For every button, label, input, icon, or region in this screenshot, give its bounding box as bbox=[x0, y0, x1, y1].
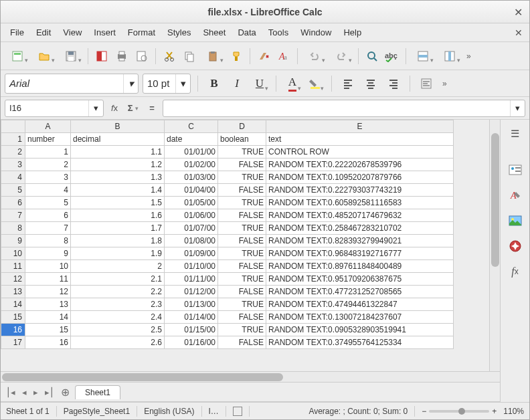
last-sheet-icon[interactable]: ▸⎮ bbox=[43, 387, 56, 397]
dropdown-icon[interactable]: ▾ bbox=[88, 100, 103, 116]
cell[interactable]: 2.6 bbox=[71, 336, 165, 349]
column-header[interactable]: D bbox=[218, 120, 266, 133]
cell[interactable]: 13 bbox=[25, 298, 71, 311]
status-insert-mode[interactable]: I… bbox=[209, 407, 219, 416]
font-family-combo[interactable]: Arial ▾ bbox=[5, 74, 139, 94]
cell[interactable]: TRUE bbox=[218, 324, 266, 336]
dropdown-icon[interactable]: ▾ bbox=[510, 100, 525, 116]
zoom-slider[interactable] bbox=[429, 410, 489, 413]
menu-format[interactable]: Format bbox=[122, 25, 161, 40]
window-close-icon[interactable]: ✕ bbox=[514, 6, 523, 19]
cell[interactable]: 11 bbox=[25, 273, 71, 286]
cut-button[interactable] bbox=[160, 47, 179, 66]
cell[interactable]: RANDOM TEXT:0.828393279949021 bbox=[266, 235, 454, 247]
row-header[interactable]: 4 bbox=[1, 171, 25, 184]
menu-tools[interactable]: Tools bbox=[263, 25, 294, 40]
new-button[interactable] bbox=[5, 47, 30, 66]
cell[interactable]: 12 bbox=[25, 286, 71, 298]
add-sheet-icon[interactable]: ⊕ bbox=[60, 386, 71, 399]
cell[interactable]: 1.1 bbox=[71, 146, 165, 159]
menu-help[interactable]: Help bbox=[338, 25, 367, 40]
cell[interactable]: 1.4 bbox=[71, 184, 165, 197]
prev-sheet-icon[interactable]: ◂ bbox=[21, 387, 28, 397]
menu-styles[interactable]: Styles bbox=[162, 25, 196, 40]
cell[interactable]: 2.5 bbox=[71, 324, 165, 336]
vertical-scrollbar[interactable] bbox=[489, 120, 500, 371]
row-header[interactable]: 1 bbox=[1, 133, 25, 146]
cell[interactable]: 1.5 bbox=[71, 197, 165, 209]
cell[interactable]: 8 bbox=[25, 235, 71, 247]
function-wizard-icon[interactable]: fx bbox=[106, 100, 122, 116]
functions-panel-icon[interactable]: fx bbox=[505, 261, 525, 282]
cell[interactable]: FALSE bbox=[218, 336, 266, 349]
horizontal-scrollbar[interactable] bbox=[1, 371, 500, 382]
cell[interactable]: TRUE bbox=[218, 247, 266, 260]
cell[interactable]: 01/11/00 bbox=[165, 273, 218, 286]
cell[interactable]: 7 bbox=[25, 222, 71, 235]
cell[interactable]: FALSE bbox=[218, 286, 266, 298]
menu-data[interactable]: Data bbox=[232, 25, 261, 40]
cell[interactable]: decimal bbox=[71, 133, 165, 146]
cell[interactable]: RANDOM TEXT:0.374955764125334 bbox=[266, 336, 454, 349]
clear-formatting-button[interactable] bbox=[254, 47, 273, 66]
cell[interactable]: 3 bbox=[25, 171, 71, 184]
row-header[interactable]: 11 bbox=[1, 260, 25, 273]
cell[interactable]: 1.7 bbox=[71, 222, 165, 235]
cell[interactable]: date bbox=[165, 133, 218, 146]
status-selection-mode[interactable] bbox=[233, 407, 242, 416]
cell[interactable]: FALSE bbox=[218, 235, 266, 247]
cell[interactable]: 16 bbox=[25, 336, 71, 349]
cell[interactable]: 2.1 bbox=[71, 273, 165, 286]
open-button[interactable] bbox=[31, 47, 57, 66]
cell[interactable]: RANDOM TEXT:0.951709206387675 bbox=[266, 273, 454, 286]
bold-button[interactable]: B bbox=[205, 74, 224, 93]
cell[interactable]: TRUE bbox=[218, 171, 266, 184]
align-center-button[interactable] bbox=[361, 74, 380, 93]
row-header[interactable]: 5 bbox=[1, 184, 25, 197]
row-header[interactable]: 15 bbox=[1, 311, 25, 324]
font-size-combo[interactable]: 10 pt ▾ bbox=[143, 74, 191, 94]
cell[interactable]: 2.3 bbox=[71, 298, 165, 311]
status-stats[interactable]: Average: ; Count: 0; Sum: 0 bbox=[308, 407, 408, 416]
sidebar-menu-icon[interactable]: ☰ bbox=[505, 124, 525, 144]
row-header[interactable]: 3 bbox=[1, 159, 25, 171]
cell[interactable]: TRUE bbox=[218, 197, 266, 209]
undo-button[interactable] bbox=[302, 47, 327, 66]
highlight-color-button[interactable] bbox=[306, 74, 325, 93]
cell[interactable]: 01/01/00 bbox=[165, 146, 218, 159]
wrap-text-button[interactable] bbox=[417, 74, 436, 93]
export-pdf-button[interactable] bbox=[92, 47, 111, 66]
cell[interactable]: RANDOM TEXT:0.222202678539796 bbox=[266, 159, 454, 171]
cell[interactable]: 1.8 bbox=[71, 235, 165, 247]
cell[interactable]: 2 bbox=[71, 260, 165, 273]
cell[interactable]: CONTROL ROW bbox=[266, 146, 454, 159]
find-button[interactable] bbox=[363, 47, 381, 66]
menu-view[interactable]: View bbox=[58, 25, 87, 40]
row-header[interactable]: 13 bbox=[1, 286, 25, 298]
redo-button[interactable] bbox=[329, 47, 354, 66]
format-overflow-icon[interactable]: » bbox=[440, 79, 450, 88]
cell[interactable]: 14 bbox=[25, 311, 71, 324]
cell[interactable]: boolean bbox=[218, 133, 266, 146]
cell[interactable]: 15 bbox=[25, 324, 71, 336]
cell[interactable]: FALSE bbox=[218, 209, 266, 222]
underline-button[interactable]: U bbox=[250, 74, 269, 93]
column-header[interactable]: A bbox=[25, 120, 71, 133]
cell[interactable]: FALSE bbox=[218, 184, 266, 197]
cell[interactable]: RANDOM TEXT:0.258467283210702 bbox=[266, 222, 454, 235]
cell[interactable]: 01/02/00 bbox=[165, 159, 218, 171]
formula-input[interactable]: ▾ bbox=[163, 100, 525, 117]
menu-window[interactable]: Window bbox=[295, 25, 337, 40]
print-button[interactable] bbox=[112, 47, 131, 66]
cell[interactable]: 1 bbox=[25, 146, 71, 159]
status-language[interactable]: English (USA) bbox=[144, 407, 194, 416]
cell[interactable]: RANDOM TEXT:0.47494461322847 bbox=[266, 298, 454, 311]
cell[interactable]: FALSE bbox=[218, 159, 266, 171]
cell[interactable]: RANDOM TEXT:0.0905328903519941 bbox=[266, 324, 454, 336]
zoom-control[interactable]: − + bbox=[422, 407, 497, 416]
align-left-button[interactable] bbox=[339, 74, 357, 93]
column-header[interactable]: C bbox=[165, 120, 218, 133]
equals-icon[interactable]: = bbox=[144, 100, 160, 116]
font-color-button[interactable]: A bbox=[283, 74, 302, 93]
row-header[interactable]: 9 bbox=[1, 235, 25, 247]
